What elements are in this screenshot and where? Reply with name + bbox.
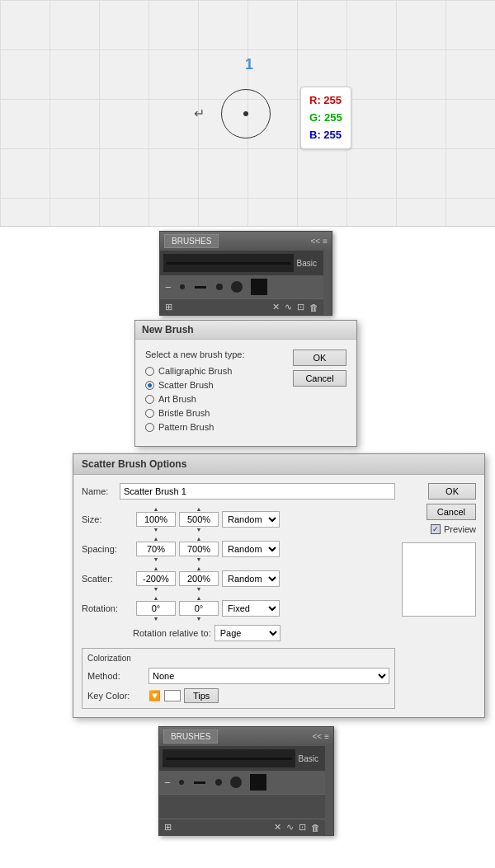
- new-brush-cancel-button[interactable]: Cancel: [293, 370, 346, 387]
- new-brush-icon-2[interactable]: ⊞: [164, 822, 172, 833]
- scatter-name-label: Name:: [82, 486, 116, 496]
- preview-check-icon[interactable]: ✓: [431, 524, 441, 534]
- radio-pattern-btn[interactable]: [145, 423, 154, 432]
- new-brush-buttons: OK Cancel: [293, 350, 346, 436]
- radio-scatter[interactable]: Scatter Brush: [145, 380, 285, 390]
- colorization-box: Colorization Method: None Tints Tints an…: [82, 648, 395, 709]
- size-max-down[interactable]: ▼: [196, 527, 202, 533]
- radio-pattern[interactable]: Pattern Brush: [145, 422, 285, 432]
- spacing-min-up[interactable]: ▲: [153, 536, 159, 542]
- rotation-min-up[interactable]: ▲: [153, 595, 159, 601]
- delete-icon-2[interactable]: ✕: [274, 822, 281, 833]
- new-brush-body: Select a new brush type: Calligraphic Br…: [135, 340, 356, 446]
- brushes-2-title-tab[interactable]: BRUSHES: [163, 730, 218, 744]
- scatter-max-down[interactable]: ▼: [196, 586, 202, 592]
- new-brush-ok-button[interactable]: OK: [293, 350, 346, 366]
- scatter-spacing-row: Spacing: ▲ ▼ ▲ ▼ Random Fixed Pressure: [82, 536, 395, 562]
- brushes-2-collapse-icon[interactable]: <<: [312, 732, 322, 741]
- size-max-input[interactable]: [179, 512, 219, 527]
- radio-art[interactable]: Art Brush: [145, 394, 285, 404]
- new-brush-title: New Brush: [135, 321, 356, 340]
- spacing-max-down[interactable]: ▼: [196, 556, 202, 562]
- trash-icon[interactable]: 🗑: [309, 303, 318, 312]
- brushes-menu-icon[interactable]: ≡: [323, 237, 328, 246]
- spacing-max-up[interactable]: ▲: [196, 536, 202, 542]
- trash-icon-2[interactable]: 🗑: [311, 823, 320, 833]
- brush-line-inner: [167, 262, 290, 265]
- scatter-cancel-button[interactable]: Cancel: [427, 504, 476, 520]
- options-icon-2[interactable]: ∿: [286, 822, 294, 833]
- spacing-max-input[interactable]: [179, 542, 219, 556]
- radio-calligraphic-btn[interactable]: [145, 367, 154, 376]
- move-icon[interactable]: ⊡: [297, 302, 304, 312]
- radio-art-label: Art Brush: [158, 394, 196, 404]
- eyedropper-icon[interactable]: 🔽: [148, 690, 161, 701]
- brushes-scrollbar[interactable]: [323, 251, 332, 315]
- size-min-up[interactable]: ▲: [153, 506, 159, 512]
- rotation-relative-select[interactable]: Page Path: [214, 625, 280, 641]
- brush-minus[interactable]: −: [165, 281, 172, 293]
- radio-bristle-btn[interactable]: [145, 409, 154, 418]
- brushes-2-scrollbar[interactable]: [325, 746, 333, 835]
- colorization-title: Colorization: [87, 654, 389, 663]
- scatter-min-input[interactable]: [136, 571, 176, 586]
- scatter-min-up[interactable]: ▲: [153, 565, 159, 571]
- scatter-name-input[interactable]: [120, 483, 395, 500]
- brush-dot-md[interactable]: [216, 284, 223, 290]
- scatter-ok-button[interactable]: OK: [428, 483, 476, 500]
- scatter-brush-dialog: Scatter Brush Options Name: Size: ▲ ▼ ▲ …: [73, 453, 485, 718]
- spacing-min-input[interactable]: [136, 542, 176, 556]
- rotation-min-down[interactable]: ▼: [153, 616, 159, 622]
- size-method-select[interactable]: Random Fixed Pressure: [222, 511, 280, 528]
- rotation-min-input[interactable]: [136, 601, 176, 616]
- radio-calligraphic[interactable]: Calligraphic Brush: [145, 366, 285, 376]
- scatter-method-select[interactable]: Random Fixed Pressure: [222, 570, 280, 587]
- scatter-min-down[interactable]: ▼: [153, 586, 159, 592]
- brush-dot-lg[interactable]: [231, 281, 243, 293]
- brushes-title-tab[interactable]: BRUSHES: [164, 234, 219, 248]
- brush-minus-2[interactable]: −: [164, 777, 171, 789]
- spacing-max-stepper: ▲ ▼: [179, 536, 219, 562]
- size-min-down[interactable]: ▼: [153, 527, 159, 533]
- delete-icon[interactable]: ✕: [272, 302, 280, 312]
- canvas-arrow: ↵: [194, 106, 205, 121]
- brushes-panel-header: BRUSHES << ≡: [160, 232, 332, 251]
- brush-dots-row-2: −: [159, 771, 325, 794]
- size-max-up[interactable]: ▲: [196, 506, 202, 512]
- new-brush-icon[interactable]: ⊞: [165, 302, 172, 312]
- brush-square-lg[interactable]: [251, 279, 267, 295]
- size-min-input[interactable]: [136, 512, 176, 527]
- rotation-max-up[interactable]: ▲: [196, 595, 202, 601]
- brush-dot-sm[interactable]: [180, 284, 185, 289]
- scatter-max-input[interactable]: [179, 571, 219, 586]
- rotation-max-input[interactable]: [179, 601, 219, 616]
- brush-square-thin[interactable]: [195, 286, 206, 289]
- method-select[interactable]: None Tints Tints and Shades Hue Shift: [148, 668, 389, 684]
- radio-art-btn[interactable]: [145, 395, 154, 404]
- preview-checkbox[interactable]: ✓ Preview: [431, 524, 476, 534]
- rotation-method-select[interactable]: Fixed Random Pressure: [222, 600, 280, 617]
- scatter-max-up[interactable]: ▲: [196, 565, 202, 571]
- brush-dot-lg-2[interactable]: [230, 777, 242, 788]
- move-icon-2[interactable]: ⊡: [299, 822, 306, 833]
- radio-scatter-btn[interactable]: [145, 381, 154, 390]
- spacing-method-select[interactable]: Random Fixed Pressure: [222, 541, 280, 557]
- size-min-stepper: ▲ ▼: [136, 506, 176, 533]
- options-icon[interactable]: ∿: [285, 302, 292, 312]
- color-swatch[interactable]: [164, 690, 181, 701]
- brushes-2-menu-icon[interactable]: ≡: [324, 732, 329, 741]
- basic-label-2: Basic: [299, 754, 322, 763]
- brush-square-lg-2[interactable]: [250, 774, 266, 791]
- size-max-stepper: ▲ ▼: [179, 506, 219, 533]
- spacing-min-down[interactable]: ▼: [153, 556, 159, 562]
- brushes-collapse-icon[interactable]: <<: [310, 237, 320, 246]
- brush-dots-row: −: [160, 275, 323, 298]
- brush-dot-md-2[interactable]: [215, 779, 222, 786]
- brush-dot-sm-2[interactable]: [179, 780, 184, 785]
- radio-bristle[interactable]: Bristle Brush: [145, 408, 285, 418]
- spacing-label: Spacing:: [82, 544, 133, 554]
- brushes-2-stroke-preview: Basic: [159, 746, 325, 771]
- rotation-max-down[interactable]: ▼: [196, 616, 202, 622]
- tips-button[interactable]: Tips: [184, 688, 219, 703]
- brush-square-thin-2[interactable]: [194, 781, 205, 784]
